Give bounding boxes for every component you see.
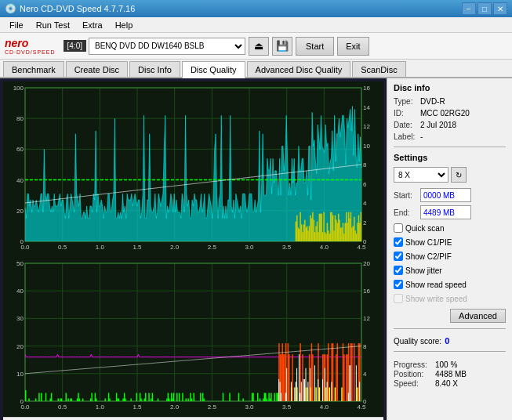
show-c2pif-row: Show C2/PIF [394,252,506,261]
start-mb-row: Start: [394,188,506,202]
menu-bar: File Run Test Extra Help [0,17,512,33]
quality-score-value: 0 [445,336,449,346]
quick-scan-checkbox[interactable] [394,223,403,233]
eject-button[interactable]: ⏏ [249,37,269,56]
toolbar: nero CD·DVD/SPEED [4:0] BENQ DVD DD DW16… [0,33,512,60]
menu-help[interactable]: Help [109,19,140,31]
progress-label: Progress: [394,360,433,369]
show-jitter-checkbox[interactable] [394,266,403,275]
show-c2pif-label: Show C2/PIF [405,252,452,261]
show-read-speed-checkbox[interactable] [394,280,403,289]
disc-id-value: MCC 02RG20 [420,109,470,118]
jitter-canvas [3,257,383,417]
quality-score-row: Quality score: 0 [394,336,506,346]
end-label: End: [394,208,417,217]
maximize-button[interactable]: □ [478,2,492,15]
pi-errors-canvas [3,81,383,257]
progress-section: Progress: 100 % Position: 4488 MB Speed:… [394,360,506,389]
start-mb-input[interactable] [420,188,471,202]
drive-selector: [4:0] BENQ DVD DD DW1640 BSLB [64,38,245,55]
tab-bar: Benchmark Create Disc Disc Info Disc Qua… [0,60,512,78]
start-label: Start: [394,191,417,200]
disc-id-row: ID: MCC 02RG20 [394,109,506,118]
show-read-speed-label: Show read speed [405,281,467,289]
refresh-button[interactable]: ↻ [451,167,467,183]
window-title: Nero CD-DVD Speed 4.7.7.16 [20,4,462,13]
progress-row: Progress: 100 % [394,360,506,369]
show-write-speed-row: Show write speed [394,294,506,303]
tab-disc-quality[interactable]: Disc Quality [182,61,245,78]
show-c1pie-checkbox[interactable] [394,237,403,247]
quick-scan-row: Quick scan [394,223,506,233]
tab-create-disc[interactable]: Create Disc [66,61,128,77]
speed-row: 8 X Maximum 1 X 2 X 4 X 16 X ↻ [394,167,506,183]
tab-disc-info[interactable]: Disc Info [129,61,180,77]
disc-info-title: Disc info [394,83,506,92]
info-panel: Disc info Type: DVD-R ID: MCC 02RG20 Dat… [387,78,512,420]
start-button[interactable]: Start [296,37,334,56]
disc-type-value: DVD-R [420,97,445,106]
menu-run-test[interactable]: Run Test [30,19,76,31]
show-jitter-label: Show jitter [405,266,442,275]
position-row: Position: 4488 MB [394,370,506,378]
legend: PI Errors Average: 22.76 Maximum: 90 Tot… [3,417,383,420]
position-label: Position: [394,370,433,378]
nero-logo: nero CD·DVD/SPEED [5,37,56,55]
speed-row-prog: Speed: 8.40 X [394,379,506,388]
tab-advanced-disc-quality[interactable]: Advanced Disc Quality [247,61,351,77]
show-c2pif-checkbox[interactable] [394,252,403,261]
tab-scandisc[interactable]: ScanDisc [352,61,405,77]
disc-date-row: Date: 2 Jul 2018 [394,121,506,129]
bottom-chart [3,257,383,417]
menu-extra[interactable]: Extra [76,19,109,31]
save-button[interactable]: 💾 [272,37,292,56]
disc-date-value: 2 Jul 2018 [420,121,456,129]
disc-label-value: - [420,132,423,141]
chart-area: PI Errors Average: 22.76 Maximum: 90 Tot… [0,78,387,420]
settings-title: Settings [394,153,506,162]
progress-value: 100 % [435,360,457,369]
close-button[interactable]: ✕ [493,2,507,15]
minimize-button[interactable]: − [462,2,476,15]
top-chart [3,81,383,257]
app-icon: 💿 [5,3,16,14]
show-write-speed-label: Show write speed [405,295,467,303]
speed-select[interactable]: 8 X Maximum 1 X 2 X 4 X 16 X [394,167,448,183]
main-content: PI Errors Average: 22.76 Maximum: 90 Tot… [0,78,512,420]
drive-dropdown[interactable]: BENQ DVD DD DW1640 BSLB [89,38,245,55]
window-controls: − □ ✕ [462,2,507,15]
end-mb-row: End: [394,205,506,219]
speed-label: Speed: [394,379,433,388]
show-read-speed-row: Show read speed [394,280,506,289]
quick-scan-label: Quick scan [405,224,444,233]
disc-label-row: Label: - [394,132,506,141]
exit-button[interactable]: Exit [337,37,369,56]
title-bar: 💿 Nero CD-DVD Speed 4.7.7.16 − □ ✕ [0,0,512,17]
drive-label: [4:0] [64,40,86,52]
show-write-speed-checkbox[interactable] [394,294,403,303]
show-jitter-row: Show jitter [394,266,506,275]
quality-score-label: Quality score: [394,337,441,346]
show-c1pie-label: Show C1/PIE [405,238,452,247]
end-mb-input[interactable] [420,205,471,219]
disc-type-row: Type: DVD-R [394,97,506,106]
show-c1pie-row: Show C1/PIE [394,237,506,247]
tab-benchmark[interactable]: Benchmark [3,61,64,77]
speed-value: 8.40 X [435,379,458,388]
advanced-button[interactable]: Advanced [450,309,506,323]
menu-file[interactable]: File [3,19,30,31]
charts-wrapper [3,81,383,417]
position-value: 4488 MB [435,370,467,378]
